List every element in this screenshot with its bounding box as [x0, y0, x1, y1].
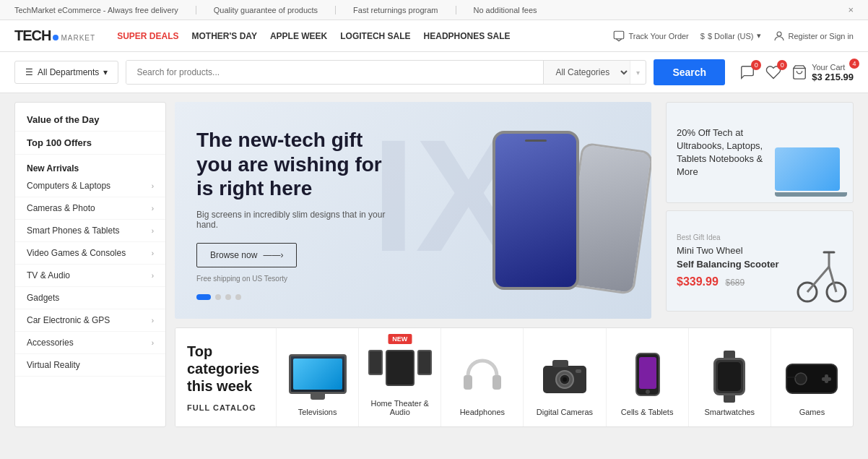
new-badge: new: [388, 334, 412, 344]
headphones-icon: [450, 351, 515, 402]
cart-count: 4: [849, 59, 859, 69]
sidebar-item-carelectronic[interactable]: Car Electronic & GPS ›: [15, 309, 165, 332]
side-banner-scooter-price: $339.99: [677, 275, 719, 288]
category-name-smartwatches: Smartwatches: [704, 408, 755, 416]
sidebar-label-computers: Computers & Laptops: [27, 181, 110, 191]
search-input[interactable]: [126, 61, 543, 84]
category-name-cells-tablets: Cells & Tablets: [621, 408, 674, 416]
sidebar-item-computers[interactable]: Computers & Laptops ›: [15, 175, 165, 197]
nav-headphones-sale[interactable]: HEADPHONES SALE: [424, 31, 511, 41]
logo-market: MARKET: [61, 34, 95, 42]
cart-icon-wrapper[interactable]: 4 Your Cart $3 215.99: [791, 63, 854, 82]
sidebar-label-cameras: Cameras & Photo: [27, 203, 95, 213]
categories-grid: Televisions new Home Th: [277, 328, 853, 426]
top-bar-msg-1: TechMarket eCommerce - Always free deliv…: [14, 6, 196, 14]
svg-rect-12: [552, 360, 568, 367]
chevron-right-icon: ›: [152, 339, 154, 347]
sidebar-item-cameras[interactable]: Cameras & Photo ›: [15, 197, 165, 220]
sidebar-item-tv[interactable]: TV & Audio ›: [15, 265, 165, 287]
hero-dot-4[interactable]: [235, 294, 241, 300]
browse-now-button[interactable]: Browse now ——›: [196, 243, 297, 267]
smartwatch-icon: [697, 351, 762, 402]
chevron-right-icon: ›: [152, 205, 154, 213]
category-home-theater[interactable]: new Home Theater & Audio: [359, 328, 441, 426]
svg-rect-16: [576, 369, 581, 373]
nav-apple-week[interactable]: APPLE WEEK: [270, 31, 327, 41]
chevron-right-icon: ›: [152, 317, 154, 325]
nav-mothers-day[interactable]: MOTHER'S DAY: [191, 31, 256, 41]
hero-dot-2[interactable]: [215, 294, 221, 300]
chevron-right-icon: ›: [152, 182, 154, 190]
nav-super-deals[interactable]: SUPER DEALS: [117, 31, 178, 41]
hero-dot-3[interactable]: [225, 294, 231, 300]
all-departments-button[interactable]: ☰ All Departments ▾: [14, 61, 118, 84]
console-icon: [779, 351, 844, 402]
categories-heading: Top categories this week: [187, 343, 264, 395]
svg-line-6: [829, 267, 836, 292]
category-cells-tablets[interactable]: Cells & Tablets: [607, 328, 689, 426]
sidebar-item-gadgets[interactable]: Gadgets: [15, 287, 165, 309]
sidebar-item-vr[interactable]: Virtual Reality: [15, 354, 165, 377]
sidebar-label-value-of-day: Value of the Day: [27, 114, 99, 125]
category-smartwatches[interactable]: Smartwatches: [689, 328, 771, 426]
cart-icon: [791, 64, 807, 80]
browse-now-label: Browse now: [210, 250, 257, 260]
category-cameras[interactable]: Digital Cameras: [524, 328, 606, 426]
laptop-image: [775, 147, 847, 197]
cart-amount: $3 215.99: [812, 72, 854, 82]
currency-selector[interactable]: $ $ Dollar (US) ▾: [700, 31, 761, 40]
comments-icon-wrapper[interactable]: 0: [739, 64, 755, 80]
svg-rect-23: [822, 377, 831, 381]
scooter-image: [797, 245, 847, 305]
tv-icon: [285, 351, 350, 402]
full-catalog-link[interactable]: FULL CATALOG: [187, 403, 264, 412]
header-right: Track Your Order $ $ Dollar (US) ▾ Regis…: [612, 30, 854, 43]
sidebar-item-smartphones[interactable]: Smart Phones & Tablets ›: [15, 220, 165, 242]
your-cart-label: Your Cart: [812, 63, 845, 72]
currency-label: $ Dollar (US): [708, 32, 754, 40]
logo-tech: TECH: [14, 27, 51, 44]
wishlist-icon-wrapper[interactable]: 0: [765, 64, 781, 80]
currency-icon: $: [700, 32, 705, 40]
category-televisions[interactable]: Televisions: [277, 328, 359, 426]
category-name-headphones: Headphones: [460, 408, 505, 416]
sidebar-label-vr: Virtual Reality: [27, 360, 80, 370]
hero-shipping: Free shipping on US Tesorty: [196, 275, 399, 283]
svg-point-19: [646, 390, 650, 394]
close-icon[interactable]: ×: [848, 4, 854, 15]
logo: TECHMARKET: [14, 27, 95, 44]
home-theater-icon: [368, 343, 433, 393]
register-link[interactable]: Register or Sign in: [773, 30, 854, 43]
chevron-down-icon: ▾: [630, 61, 646, 84]
chevron-right-icon: ›: [152, 249, 154, 257]
sidebar-item-accessories[interactable]: Accessories ›: [15, 332, 165, 354]
sidebar-item-top100[interactable]: Top 100 Offers: [15, 132, 165, 155]
category-headphones[interactable]: Headphones: [441, 328, 524, 426]
nav-logitech-sale[interactable]: LOGITECH SALE: [340, 31, 410, 41]
track-order[interactable]: Track Your Order: [612, 30, 688, 43]
register-label: Register or Sign in: [789, 32, 854, 40]
svg-line-5: [807, 267, 829, 292]
category-name-games: Games: [799, 408, 825, 416]
side-banner-tech[interactable]: 20% Off Tech at Ultrabooks, Laptops, Tab…: [666, 102, 854, 203]
categories-left: Top categories this week FULL CATALOG: [175, 328, 277, 426]
hero-dots: [196, 294, 399, 300]
category-name-televisions: Televisions: [298, 408, 337, 416]
category-select[interactable]: All Categories: [543, 61, 630, 84]
camera-icon: [532, 351, 597, 402]
category-name-cameras: Digital Cameras: [537, 408, 593, 416]
main-layout: Value of the Day Top 100 Offers New Arri…: [0, 93, 868, 436]
side-banner-scooter[interactable]: Best Gift Idea Mini Two Wheel Self Balan…: [666, 210, 854, 312]
sidebar-item-videogames[interactable]: Video Games & Consoles ›: [15, 242, 165, 265]
sidebar-label-tv: TV & Audio: [27, 270, 70, 280]
search-row: ☰ All Departments ▾ All Categories ▾ Sea…: [0, 52, 868, 93]
side-banners: 20% Off Tech at Ultrabooks, Laptops, Tab…: [666, 102, 854, 319]
hero-dot-1[interactable]: [196, 294, 211, 300]
sidebar-label-accessories: Accessories: [27, 338, 74, 348]
search-button[interactable]: Search: [654, 59, 725, 85]
top-bar-msg-2: Quality guarantee of products: [214, 6, 336, 14]
logo-dot: [53, 35, 58, 40]
sidebar-label-gadgets: Gadgets: [27, 293, 59, 303]
category-games[interactable]: Games: [771, 328, 853, 426]
sidebar-item-value-of-day[interactable]: Value of the Day: [15, 108, 165, 132]
